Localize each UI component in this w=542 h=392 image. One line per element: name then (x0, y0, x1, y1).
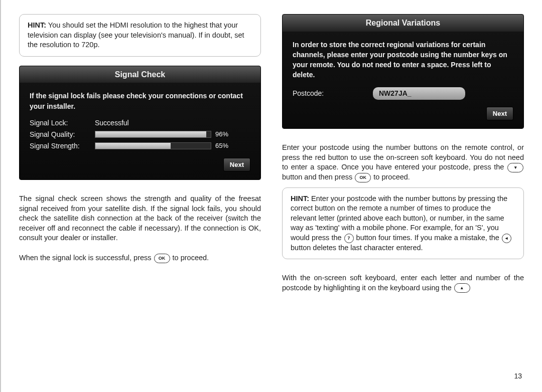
hint-box-hdmi: HINT: You should set the HDMI resolution… (19, 14, 261, 57)
up-button-icon: ▴ (454, 283, 470, 293)
text-fragment: When the signal lock is successful, pres… (19, 254, 154, 262)
signal-quality-fill (95, 131, 206, 137)
panel-body: In order to store the correct regional v… (283, 32, 523, 129)
signal-strength-label: Signal Strength: (30, 141, 95, 151)
panel-instructions: In order to store the correct regional v… (293, 40, 513, 80)
hint-box-postcode: HINT: Enter your postcode with the numbe… (282, 187, 524, 259)
next-button[interactable]: Next (223, 158, 250, 172)
signal-quality-pct: 96% (215, 130, 228, 139)
signal-quality-bar (95, 131, 211, 138)
signal-strength-fill (95, 143, 171, 149)
hint-text: HINT: Enter your postcode with the numbe… (291, 194, 512, 252)
signal-strength-bar-wrap: 65% (95, 141, 250, 150)
signal-lock-row: Signal Lock: Successful (30, 118, 250, 128)
document-page: HINT: You should set the HDMI resolution… (0, 0, 542, 392)
nav-row: Next (293, 107, 513, 121)
panel-title: Regional Variations (283, 15, 523, 32)
seven-button-icon: 7 (344, 234, 354, 243)
right-column: Regional Variations In order to store th… (282, 14, 524, 380)
postcode-instruction: Enter your postcode using the number but… (282, 143, 524, 182)
ok-button-icon: OK (154, 254, 170, 263)
text-fragment: to proceed. (171, 254, 209, 262)
nav-row: Next (30, 158, 250, 172)
hint-label: HINT: (291, 194, 309, 203)
signal-quality-bar-wrap: 96% (95, 130, 250, 139)
page-number: 13 (514, 371, 522, 381)
hint-label: HINT: (28, 21, 46, 29)
signal-check-description: The signal check screen shows the streng… (19, 194, 261, 243)
panel-instructions: If the signal lock fails please check yo… (30, 91, 250, 111)
signal-strength-row: Signal Strength: 65% (30, 141, 250, 151)
text-fragment: button and then press (282, 173, 354, 181)
postcode-row: Postcode: NW27JA_ (293, 87, 513, 100)
down-button-icon: ▾ (507, 163, 523, 172)
ok-button-icon: OK (355, 173, 371, 182)
left-column: HINT: You should set the HDMI resolution… (19, 14, 261, 380)
signal-quality-row: Signal Quality: 96% (30, 130, 250, 139)
postcode-input[interactable]: NW27JA_ (373, 87, 465, 100)
panel-body: If the signal lock fails please check yo… (20, 83, 260, 179)
signal-check-panel: Signal Check If the signal lock fails pl… (19, 66, 261, 180)
signal-lock-label: Signal Lock: (30, 118, 95, 128)
proceed-instruction: When the signal lock is successful, pres… (19, 253, 261, 263)
hint-body-b: button four times. If you make a mistake… (354, 234, 501, 242)
hint-text: HINT: You should set the HDMI resolution… (28, 21, 244, 49)
soft-keyboard-instruction: With the on-screen soft keyboard, enter … (282, 273, 524, 293)
hint-body: You should set the HDMI resolution to th… (28, 21, 244, 49)
left-button-icon: ◂ (502, 234, 511, 243)
panel-title: Signal Check (20, 66, 260, 83)
signal-strength-bar (95, 142, 211, 149)
signal-quality-label: Signal Quality: (30, 130, 95, 139)
text-fragment: With the on-screen soft keyboard, enter … (282, 274, 524, 292)
column-layout: HINT: You should set the HDMI resolution… (19, 14, 524, 380)
regional-variations-panel: Regional Variations In order to store th… (282, 14, 524, 129)
next-button[interactable]: Next (486, 107, 513, 121)
text-fragment: Enter your postcode using the number but… (282, 143, 524, 171)
text-fragment: to proceed. (371, 173, 410, 181)
postcode-label: Postcode: (293, 89, 373, 98)
signal-lock-value: Successful (95, 118, 129, 128)
hint-body-c: button deletes the last character entere… (291, 244, 423, 252)
signal-strength-pct: 65% (215, 141, 228, 150)
